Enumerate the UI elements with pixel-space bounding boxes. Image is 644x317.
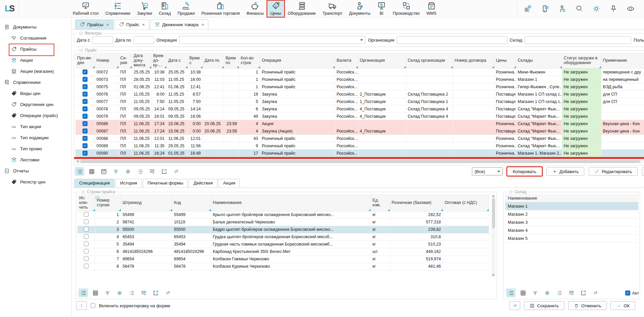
warehouse-row[interactable]: Магазин 1 <box>505 202 638 210</box>
tab-print-forms[interactable]: Печатные формы <box>143 179 188 188</box>
copy-button[interactable]: Копировать <box>507 167 542 176</box>
add-list-button[interactable] <box>567 288 576 297</box>
user-security-button[interactable] <box>558 5 566 13</box>
close-tab-icon[interactable]: × <box>142 22 145 27</box>
sidebar-item-promos[interactable]: Акции <box>0 55 71 66</box>
row-checkbox[interactable]: ✓ <box>83 99 88 104</box>
grid-view-button[interactable] <box>518 288 528 297</box>
row-checkbox[interactable]: ✓ <box>83 77 88 82</box>
filter-button[interactable] <box>111 167 120 176</box>
open-window-button[interactable] <box>159 167 169 176</box>
price-row[interactable]: ✓00072ПЛ25.05.2510:3825.05.2510:381Розни… <box>75 68 644 76</box>
price-col-prices[interactable]: Цены <box>494 53 516 68</box>
sidebar-item-price-operations[interactable]: Операции (прайс) <box>0 110 71 121</box>
menu-item-wms[interactable]: WMS <box>423 1 439 17</box>
row-checkbox[interactable] <box>84 234 89 239</box>
scrollbar-thumb[interactable] <box>492 198 495 228</box>
settings-button[interactable] <box>542 288 552 297</box>
price-row[interactable]: ✓00073ПЛ28.05.2511:0311.05.2516:001Розни… <box>75 76 644 83</box>
price-col-doc-time[interactable]: Врем до-ку-... <box>151 53 166 68</box>
brightness-button[interactable] <box>592 5 600 13</box>
sidebar-item-promos-store[interactable]: Акции (магазин) <box>0 66 71 77</box>
row-checkbox[interactable] <box>84 212 89 217</box>
list-view-button[interactable] <box>75 167 84 176</box>
spec-col-retail-price[interactable]: Розничная (базовая) <box>390 194 443 211</box>
sort-indicator-icon[interactable] <box>95 195 100 202</box>
price-row[interactable]: ✓00086ПЛ11.06.2517:2415.06.250:0020.06.2… <box>75 120 644 127</box>
menu-item-warehouse[interactable]: Склад <box>156 1 174 17</box>
warehouse-input[interactable] <box>525 36 631 44</box>
price-row[interactable]: ✓00077ПЛ11.05.257:5011.05.257:505Закупка… <box>75 98 644 105</box>
price-row[interactable]: ✓00087ПЛ11.06.2517:2415.06.250:0020.06.2… <box>75 127 644 135</box>
price-col-rows-count[interactable]: Кол-во строк <box>239 53 260 68</box>
price-row[interactable]: ✓00079ПЛ09.05.2516:0109.05.2516:0649Заку… <box>75 113 644 120</box>
edit-button[interactable]: Редактировать <box>589 167 638 176</box>
row-checkbox[interactable]: ✓ <box>83 143 88 148</box>
menu-item-bi[interactable]: BI <box>374 1 389 17</box>
app-logo[interactable]: LS <box>2 2 16 16</box>
search-button[interactable] <box>575 5 583 13</box>
cancel-button[interactable]: Отменить <box>568 301 607 310</box>
sidebar-item-price-roundings[interactable]: Округления цен <box>0 99 71 110</box>
scroll-up-icon[interactable] <box>492 195 495 197</box>
close-tab-icon[interactable]: × <box>106 22 109 27</box>
sidebar-item-subpromo-type[interactable]: AaТип подакции <box>0 132 71 143</box>
spec-row[interactable]: 85647856478Колбаски Куриные Черкизовокг4… <box>77 263 489 270</box>
price-col-posted[interactable]: Про-ве-ден <box>75 53 95 68</box>
settings-button[interactable] <box>524 5 532 13</box>
price-col-series[interactable]: Се-рия <box>118 53 132 68</box>
open-window-button[interactable] <box>579 288 588 297</box>
tab-history[interactable]: История <box>115 179 142 188</box>
menu-item-equipment[interactable]: Оборудование <box>285 1 319 17</box>
add-list-button[interactable] <box>147 167 157 176</box>
price-col-load-status[interactable]: Статус загрузки в оборудование <box>562 53 601 68</box>
numbered-list-button[interactable] <box>135 167 145 176</box>
price-row[interactable]: ✓00088ПЛ11.06.2512:0111.06.2512:0143Розн… <box>75 135 644 142</box>
spec-col-wholesale-price[interactable]: Оптовая (с НДС) <box>443 194 489 211</box>
price-col-organization[interactable]: Организация <box>358 53 406 68</box>
sidebar-item-documents-section[interactable]: Документы <box>0 21 71 33</box>
horizontal-scrollbar[interactable] <box>75 159 644 163</box>
filter-button[interactable] <box>530 288 540 297</box>
more-menu-button[interactable] <box>76 301 87 310</box>
akt-checkbox[interactable]: ✓ <box>625 290 630 296</box>
tab-goods-movement[interactable]: Движение товара× <box>150 19 209 30</box>
numbered-list-button[interactable] <box>554 288 564 297</box>
warehouse-row[interactable]: Магазин 3 <box>505 218 638 226</box>
price-row[interactable]: ✓00078ПЛ09.05.2514:1409.05.2514:146Закуп… <box>75 105 644 113</box>
refresh-button[interactable] <box>591 288 600 297</box>
spec-legend[interactable]: Строка прайса <box>79 190 116 194</box>
warehouse-row[interactable]: Магазин 2 <box>505 210 638 218</box>
menu-item-production[interactable]: Производство <box>390 1 423 17</box>
filter-all-select[interactable]: (Все) <box>472 167 503 175</box>
close-tab-icon[interactable]: × <box>202 22 204 27</box>
spec-row[interactable]: 46545365453Грудка цыплят-бройлеров охлаж… <box>77 233 489 241</box>
row-checkbox[interactable] <box>84 227 89 231</box>
device-messages-button[interactable] <box>541 5 549 13</box>
menu-item-directories[interactable]: Справочники <box>102 1 133 17</box>
save-button[interactable]: Сохранить <box>524 301 565 310</box>
menu-item-sales[interactable]: Продажи <box>174 1 198 17</box>
sidebar-item-price-types[interactable]: Виды цен <box>0 88 71 99</box>
row-checkbox[interactable] <box>84 264 89 268</box>
spec-col-barcode[interactable]: Штрихкод <box>121 194 172 211</box>
refresh-button[interactable] <box>163 288 172 297</box>
filters-legend[interactable]: Фильтры <box>77 31 103 36</box>
visibility-button[interactable] <box>627 5 635 13</box>
tab-price-lists[interactable]: Прайсы× <box>75 19 113 30</box>
add-list-button[interactable] <box>139 288 148 297</box>
partial-button[interactable] <box>642 167 644 176</box>
date-from-input[interactable] <box>92 36 113 44</box>
row-checkbox[interactable] <box>84 219 89 224</box>
row-checkbox[interactable] <box>84 256 89 261</box>
operation-select[interactable] <box>179 36 366 44</box>
spec-row[interactable]: 15549955499Крыло цыплят-бройлеров охлажд… <box>77 211 489 218</box>
tab-promo[interactable]: Акция <box>218 179 240 188</box>
spec-row[interactable]: 53549435494Грудная часть говяжья охлажде… <box>77 241 489 248</box>
spec-row[interactable]: 78965489654Колбаски Говяжьи Черкизовокг5… <box>77 255 489 263</box>
vertical-scrollbar[interactable] <box>491 194 495 277</box>
spec-col-name[interactable]: Наименование <box>211 194 371 211</box>
sidebar-item-agreements[interactable]: Соглашения <box>0 33 71 44</box>
price-row[interactable]: ✓00089ПЛ11.06.2511:3529.05.2511:569Розни… <box>75 142 644 150</box>
price-col-date-from[interactable]: Дата с <box>166 53 187 68</box>
